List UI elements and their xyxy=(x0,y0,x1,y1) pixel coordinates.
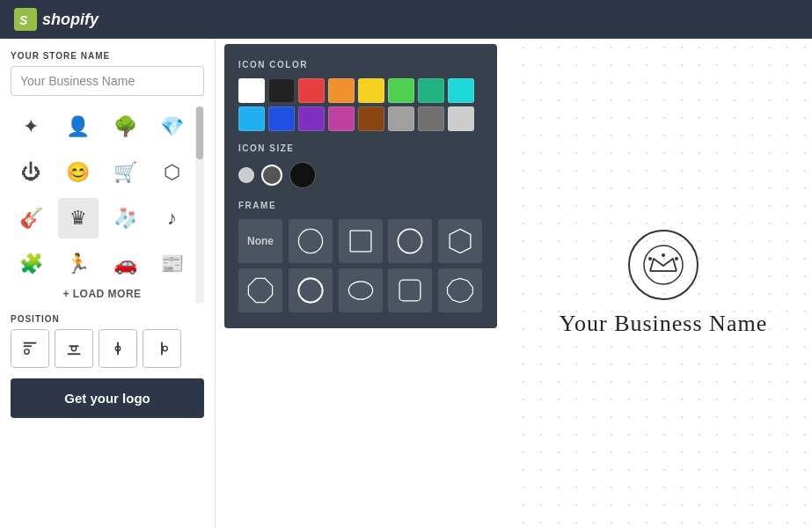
size-large[interactable] xyxy=(289,162,316,188)
crown-icon[interactable]: ♛ xyxy=(58,198,99,238)
color-grid xyxy=(238,78,483,131)
frame-decagon[interactable] xyxy=(438,268,482,312)
color-swatch-blue[interactable] xyxy=(268,106,295,131)
svg-point-18 xyxy=(348,282,372,299)
shopify-bag-icon: S xyxy=(14,8,37,31)
svg-rect-13 xyxy=(350,231,371,252)
pos-center-left[interactable] xyxy=(99,329,137,368)
svg-point-23 xyxy=(648,257,652,260)
svg-rect-3 xyxy=(24,345,32,347)
icon-scroll-area: ✦👤🌳💎⏻😊🛒⬡🎸♛🧦♪🧩🏃🚗📰 + LOAD MORE xyxy=(11,106,194,304)
pos-bottom-center[interactable] xyxy=(55,329,93,368)
preview-logo-icon xyxy=(628,230,699,300)
magic-wand-icon[interactable]: ✦ xyxy=(11,106,51,147)
color-swatch-black[interactable] xyxy=(268,78,295,103)
pos-center-right[interactable] xyxy=(143,329,181,368)
preview-area: Your Business Name xyxy=(515,39,812,528)
svg-point-14 xyxy=(399,229,422,253)
position-buttons xyxy=(11,329,204,368)
guitar-icon[interactable]: 🎸 xyxy=(11,198,51,238)
icon-area: ✦👤🌳💎⏻😊🛒⬡🎸♛🧦♪🧩🏃🚗📰 + LOAD MORE xyxy=(11,106,204,304)
diamond-icon[interactable]: 💎 xyxy=(152,106,193,147)
color-swatch-orange[interactable] xyxy=(328,78,355,103)
tree-icon[interactable]: 🌳 xyxy=(105,106,145,147)
color-swatch-teal[interactable] xyxy=(418,78,444,103)
get-logo-button[interactable]: Get your logo xyxy=(11,378,204,418)
puzzle-icon[interactable]: 🧩 xyxy=(11,244,51,284)
newspaper-icon[interactable]: 📰 xyxy=(152,244,193,284)
main-layout: YOUR STORE NAME ✦👤🌳💎⏻😊🛒⬡🎸♛🧦♪🧩🏃🚗📰 + LOAD … xyxy=(0,39,812,528)
color-swatch-pink[interactable] xyxy=(328,106,355,131)
frame-octagon-thin[interactable] xyxy=(438,219,482,263)
center-panel: ICON COLOR ICON SIZE FRAME None xyxy=(216,39,812,528)
store-name-label: YOUR STORE NAME xyxy=(11,51,204,61)
svg-marker-16 xyxy=(248,278,272,302)
smiley-icon[interactable]: 😊 xyxy=(58,152,99,193)
header: S shopify xyxy=(0,0,812,39)
cube-icon[interactable]: ⬡ xyxy=(152,152,193,193)
icon-color-label: ICON COLOR xyxy=(238,60,483,70)
svg-rect-19 xyxy=(399,280,421,301)
store-name-section: YOUR STORE NAME xyxy=(11,51,204,96)
position-label: POSITION xyxy=(11,314,204,324)
svg-point-11 xyxy=(163,346,167,350)
store-name-input[interactable] xyxy=(11,66,204,96)
frame-circle-medium[interactable] xyxy=(388,219,432,263)
size-row xyxy=(238,162,483,188)
frame-circle-thick[interactable] xyxy=(289,268,333,312)
car-icon[interactable]: 🚗 xyxy=(105,244,145,284)
size-medium[interactable] xyxy=(261,165,282,186)
icon-size-label: ICON SIZE xyxy=(238,143,483,153)
color-size-frame-popup: ICON COLOR ICON SIZE FRAME None xyxy=(224,44,497,328)
color-swatch-sky-blue[interactable] xyxy=(238,106,265,131)
crown-preview-icon xyxy=(641,243,685,287)
svg-rect-5 xyxy=(68,353,80,355)
color-swatch-light-gray[interactable] xyxy=(448,106,474,131)
frame-label: FRAME xyxy=(238,201,483,210)
sock-icon[interactable]: 🧦 xyxy=(105,198,145,238)
frame-grid: None xyxy=(238,219,483,312)
frame-hexagon-thin[interactable] xyxy=(238,268,282,312)
preview-business-name: Your Business Name xyxy=(560,311,767,337)
power-icon[interactable]: ⏻ xyxy=(11,152,51,193)
color-swatch-purple[interactable] xyxy=(298,106,325,131)
color-swatch-red[interactable] xyxy=(298,78,325,103)
svg-point-12 xyxy=(298,229,322,253)
load-more-button[interactable]: + LOAD MORE xyxy=(11,284,194,304)
svg-marker-15 xyxy=(450,229,471,253)
left-panel: YOUR STORE NAME ✦👤🌳💎⏻😊🛒⬡🎸♛🧦♪🧩🏃🚗📰 + LOAD … xyxy=(0,39,216,528)
position-section: POSITION xyxy=(11,314,204,368)
svg-point-4 xyxy=(25,349,29,354)
color-swatch-brown[interactable] xyxy=(358,106,384,131)
color-swatch-cyan[interactable] xyxy=(448,78,474,103)
svg-point-17 xyxy=(298,278,322,302)
frame-circle-thin[interactable] xyxy=(289,219,333,263)
runner-icon[interactable]: 🏃 xyxy=(58,244,99,284)
icon-scrollbar[interactable] xyxy=(195,106,204,304)
person-icon[interactable]: 👤 xyxy=(58,106,99,147)
shopify-logo: S shopify xyxy=(14,8,99,31)
pos-top-left[interactable] xyxy=(11,329,49,368)
color-swatch-gray[interactable] xyxy=(388,106,414,131)
color-swatch-yellow[interactable] xyxy=(358,78,384,103)
svg-text:S: S xyxy=(19,13,28,27)
frame-square-thin[interactable] xyxy=(339,219,383,263)
cart-icon[interactable]: 🛒 xyxy=(105,152,145,193)
size-small[interactable] xyxy=(238,167,254,183)
color-swatch-green[interactable] xyxy=(388,78,414,103)
frame-oval[interactable] xyxy=(339,268,383,312)
svg-marker-20 xyxy=(448,278,473,302)
svg-point-24 xyxy=(662,253,665,257)
icon-grid: ✦👤🌳💎⏻😊🛒⬡🎸♛🧦♪🧩🏃🚗📰 xyxy=(11,106,194,284)
svg-rect-8 xyxy=(117,342,119,355)
svg-point-25 xyxy=(675,257,678,260)
music-icon[interactable]: ♪ xyxy=(152,198,193,238)
color-swatch-white[interactable] xyxy=(238,78,265,103)
color-swatch-dark-gray[interactable] xyxy=(418,106,444,131)
frame-square-rounded[interactable] xyxy=(388,268,432,312)
scroll-thumb xyxy=(196,106,203,159)
frame-none[interactable]: None xyxy=(238,219,282,263)
svg-rect-2 xyxy=(24,342,36,344)
shopify-brand-text: shopify xyxy=(42,11,99,29)
